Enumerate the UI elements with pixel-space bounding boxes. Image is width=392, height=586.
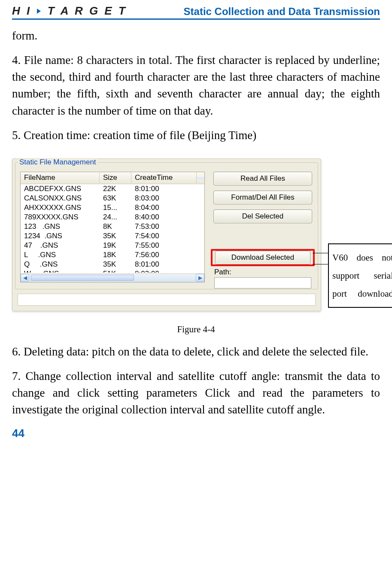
table-row[interactable]: 1234 .GNS35K7:54:00 — [21, 231, 204, 241]
cell-size: 35K — [100, 231, 131, 241]
cell-time: 8:01:00 — [131, 184, 204, 194]
callout-line-top — [313, 253, 329, 253]
page-header: H I T A R G E T Static Collection and Da… — [12, 0, 380, 20]
page-number: 44 — [12, 427, 380, 440]
format-del-all-button[interactable]: Format/Del All Files — [213, 191, 312, 204]
cell-filename: 123 .GNS — [21, 222, 100, 231]
dialog-buttons: Read All Files Format/Del All Files Del … — [213, 172, 312, 228]
triangle-icon — [37, 9, 41, 14]
table-body[interactable]: ABCDEFXX.GNS22K8:01:00CALSONXX.GNS63K8:0… — [21, 184, 204, 273]
status-bar — [18, 294, 316, 306]
paragraph-interval: 7. Change collection interval and satell… — [12, 368, 380, 418]
cell-size: 15... — [100, 203, 131, 213]
cell-filename: 1234 .GNS — [21, 231, 100, 241]
table-row[interactable]: AHXXXXXX.GNS15...8:04:00 — [21, 203, 204, 213]
static-file-dialog: Static File Management FileName Size Cre… — [12, 158, 321, 311]
cell-filename: W .GNS — [21, 269, 100, 273]
figure-wrap: Static File Management FileName Size Cre… — [12, 158, 380, 322]
cell-time: 8:40:00 — [131, 213, 204, 222]
table-row[interactable]: Q .GNS35K8:01:00 — [21, 260, 204, 269]
scroll-thumb[interactable] — [31, 275, 134, 281]
scroll-left-icon[interactable]: ◀ — [21, 274, 29, 282]
cell-time: 7:56:00 — [131, 250, 204, 260]
cell-filename: ABCDEFXX.GNS — [21, 184, 100, 194]
table-row[interactable]: 123 .GNS8K7:53:00 — [21, 222, 204, 231]
scroll-header-spacer — [197, 176, 204, 179]
table-header: FileName Size CreateTime — [21, 172, 204, 184]
table-row[interactable]: 47 .GNS19K7:55:00 — [21, 241, 204, 250]
horizontal-scrollbar[interactable]: ◀ ▶ — [21, 273, 204, 282]
read-all-files-button[interactable]: Read All Files — [213, 172, 312, 185]
figure-caption: Figure 4-4 — [12, 324, 380, 335]
paragraph-creation-time: 5. Creation time: creation time of file … — [12, 127, 380, 144]
col-createtime[interactable]: CreateTime — [131, 172, 197, 183]
cell-time: 8:03:00 — [131, 269, 204, 273]
scroll-track[interactable] — [29, 275, 196, 281]
paragraph-file-name: 4. File name: 8 characters in total. The… — [12, 52, 380, 119]
cell-size: 8K — [100, 222, 131, 231]
cell-time: 8:01:00 — [131, 260, 204, 269]
cell-filename: CALSONXX.GNS — [21, 194, 100, 203]
cell-size: 63K — [100, 194, 131, 203]
del-selected-button[interactable]: Del Selected — [213, 210, 312, 223]
logo-left: H I — [12, 4, 31, 17]
cell-time: 8:04:00 — [131, 203, 204, 213]
annotation-callout: V60 does not support serial port downloa… — [328, 243, 392, 308]
cell-filename: Q .GNS — [21, 260, 100, 269]
path-label: Path: — [214, 268, 231, 276]
cell-time: 7:53:00 — [131, 222, 204, 231]
table-row[interactable]: ABCDEFXX.GNS22K8:01:00 — [21, 184, 204, 194]
cell-size: 51K — [100, 269, 131, 273]
table-row[interactable]: L .GNS18K7:56:00 — [21, 250, 204, 260]
table-row[interactable]: W .GNS51K8:03:00 — [21, 269, 204, 273]
cell-filename: AHXXXXXX.GNS — [21, 203, 100, 213]
paragraph-delete: 6. Deleting data: pitch on the data to d… — [12, 343, 380, 360]
cell-filename: 47 .GNS — [21, 241, 100, 250]
scroll-right-icon[interactable]: ▶ — [196, 274, 204, 282]
cell-size: 19K — [100, 241, 131, 250]
download-selected-button[interactable]: Download Selected — [215, 251, 310, 264]
download-selected-highlight: Download Selected — [211, 249, 315, 266]
cell-size: 24... — [100, 213, 131, 222]
header-title: Static Collection and Data Transmission — [184, 6, 380, 18]
cell-size: 22K — [100, 184, 131, 194]
file-table[interactable]: FileName Size CreateTime ABCDEFXX.GNS22K… — [20, 172, 205, 282]
col-filename[interactable]: FileName — [21, 172, 100, 183]
path-input[interactable] — [214, 277, 311, 288]
col-size[interactable]: Size — [100, 172, 131, 183]
cell-size: 18K — [100, 250, 131, 260]
cell-time: 7:55:00 — [131, 241, 204, 250]
cell-time: 8:03:00 — [131, 194, 204, 203]
cell-filename: 789XXXXX.GNS — [21, 213, 100, 222]
brand-logo: H I T A R G E T — [12, 4, 127, 18]
group-label: Static File Management — [18, 158, 98, 167]
cell-filename: L .GNS — [21, 250, 100, 260]
logo-right: T A R G E T — [48, 4, 127, 17]
table-row[interactable]: CALSONXX.GNS63K8:03:00 — [21, 194, 204, 203]
table-row[interactable]: 789XXXXX.GNS24...8:40:00 — [21, 213, 204, 222]
cell-time: 7:54:00 — [131, 231, 204, 241]
callout-line-bottom — [313, 264, 329, 264]
paragraph-form: form. — [12, 27, 380, 44]
cell-size: 35K — [100, 260, 131, 269]
